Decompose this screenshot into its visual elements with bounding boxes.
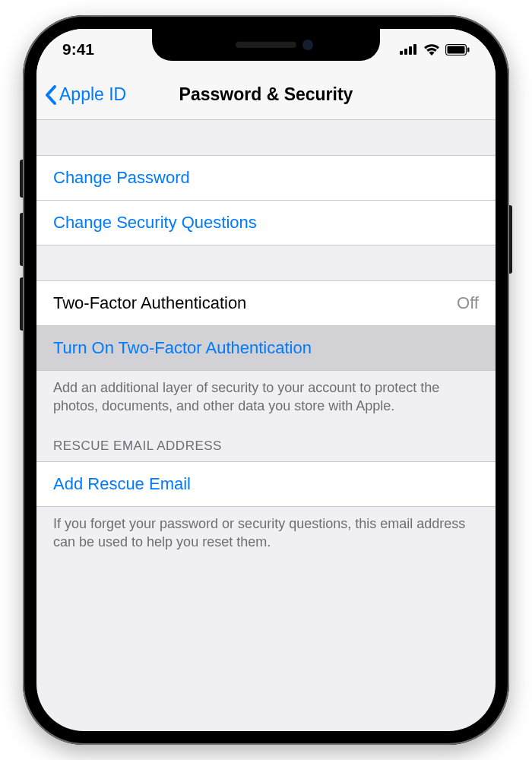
- change-password-cell[interactable]: Change Password: [36, 155, 496, 200]
- cellular-icon: [400, 44, 418, 55]
- svg-rect-1: [404, 49, 407, 55]
- notch: [152, 29, 380, 61]
- device-frame: 9:41: [23, 15, 509, 745]
- back-button[interactable]: Apple ID: [44, 84, 126, 106]
- content: Change Password Change Security Question…: [36, 120, 496, 551]
- screen: 9:41: [36, 29, 496, 731]
- two-factor-auth-cell: Two-Factor Authentication Off: [36, 280, 496, 325]
- rescue-email-footer: If you forget your password or security …: [36, 507, 496, 552]
- svg-rect-3: [413, 44, 416, 55]
- back-label: Apple ID: [59, 84, 126, 105]
- page-title: Password & Security: [179, 84, 353, 105]
- change-security-questions-cell[interactable]: Change Security Questions: [36, 200, 496, 245]
- svg-rect-0: [400, 51, 403, 55]
- add-rescue-email-cell[interactable]: Add Rescue Email: [36, 461, 496, 507]
- cell-label: Turn On Two-Factor Authentication: [53, 338, 312, 358]
- turn-on-two-factor-cell[interactable]: Turn On Two-Factor Authentication: [36, 325, 496, 371]
- rescue-email-header: RESCUE EMAIL ADDRESS: [36, 416, 496, 461]
- svg-rect-6: [467, 47, 470, 52]
- battery-icon: [445, 44, 470, 55]
- chevron-left-icon: [44, 84, 58, 106]
- cell-label: Two-Factor Authentication: [53, 293, 246, 313]
- status-time: 9:41: [62, 40, 94, 59]
- cell-label: Change Security Questions: [53, 213, 257, 233]
- cell-label: Change Password: [53, 168, 190, 188]
- svg-rect-5: [448, 46, 465, 53]
- cell-label: Add Rescue Email: [53, 474, 191, 494]
- cell-value: Off: [457, 293, 479, 313]
- wifi-icon: [423, 43, 440, 55]
- svg-rect-2: [409, 46, 412, 55]
- navigation-bar: Apple ID Password & Security: [36, 70, 496, 120]
- two-factor-footer: Add an additional layer of security to y…: [36, 371, 496, 416]
